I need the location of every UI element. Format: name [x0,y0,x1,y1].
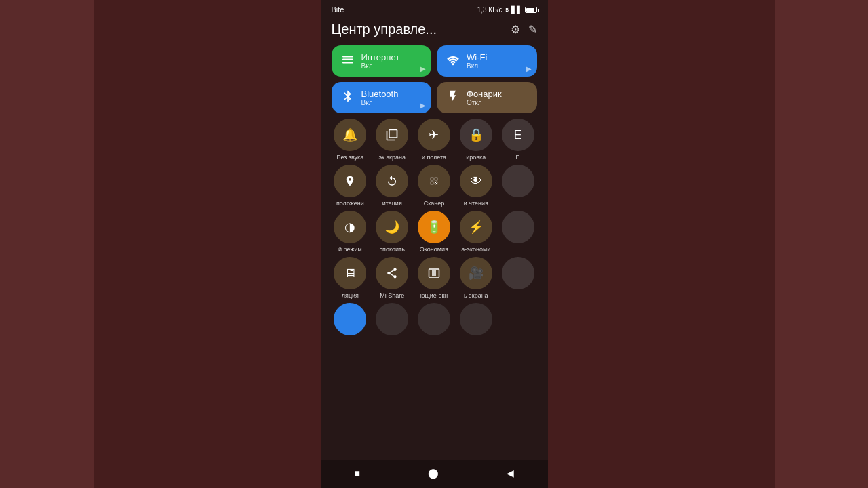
flashlight-text: Фонарик Откл [467,89,502,106]
rotation-circle [376,165,408,197]
screenshot-circle [376,119,408,151]
nav-square-button[interactable]: ■ [346,465,368,481]
status-bar: Bite 1,3 КБ/с ʙ ▋▋ [321,0,548,16]
cast-circle: 🖥 [334,257,366,289]
icon-row-4: 🖥 ляция Mi Share ющие окн 🎥 ь экрана [332,257,537,299]
header-icons: ⚙ ✎ [511,23,537,36]
icon-row-2: положени итация Сканер 👁 и чтения [332,165,537,207]
reading-circle: 👁 [460,165,492,197]
wifi-name: Wi-Fi [467,52,487,62]
invert-item[interactable]: ◑ й режим [332,211,370,253]
lock-circle: 🔒 [460,119,492,151]
flashlight-status: Откл [467,99,502,106]
wifi-icon [446,53,460,70]
signal-icon: ▋▋ [511,6,522,14]
flashlight-icon [446,89,460,106]
bottom-item-2[interactable] [373,303,411,336]
quick-tiles: Интернет Вкл ▶ Wi-Fi Вкл ▶ [332,45,537,113]
battery-circle: 🔋 [418,211,450,243]
airplane-circle: ✈ [418,119,450,151]
floating-circle [418,257,450,289]
mishare-circle [376,257,408,289]
rotation-label: итация [382,200,402,207]
mute-item[interactable]: 🔔 Без звука [332,119,370,161]
row3-item5[interactable] [499,211,537,253]
internet-icon [341,53,355,70]
screenrec-item[interactable]: 🎥 ь экрана [457,257,495,299]
dnd-label: спокоить [380,246,405,253]
bottom-item-5 [499,303,537,336]
mishare-label: Mi Share [380,292,404,299]
bottom-circle-3 [418,303,450,336]
dnd-circle: 🌙 [376,211,408,243]
scanner-label: Сканер [424,200,445,207]
turbo-item[interactable]: ⚡ а-экономи [457,211,495,253]
airplane-item[interactable]: ✈ и полета [415,119,453,161]
page-title: Центр управле... [332,22,437,37]
row4-item5-circle [502,257,534,289]
scanner-circle [418,165,450,197]
location-label: положени [336,200,364,207]
bottom-item-3[interactable] [415,303,453,336]
screenrec-circle: 🎥 [460,257,492,289]
bottom-circle-2 [376,303,408,336]
item5-label: Е [516,154,520,161]
location-item[interactable]: положени [332,165,370,207]
svg-rect-1 [342,58,353,60]
svg-rect-0 [342,56,353,58]
scanner-item[interactable]: Сканер [415,165,453,207]
item5-item[interactable]: Е Е [499,119,537,161]
nav-back-button[interactable]: ◀ [498,465,522,481]
cast-item[interactable]: 🖥 ляция [332,257,370,299]
lock-item[interactable]: 🔒 ировка [457,119,495,161]
bluetooth-text: Bluetooth Вкл [361,89,399,106]
internet-arrow: ▶ [420,65,426,73]
nav-home-button[interactable]: ⬤ [420,465,447,481]
flashlight-tile[interactable]: Фонарик Откл [437,82,537,113]
carrier-label: Bite [332,5,344,14]
mute-circle: 🔔 [334,119,366,151]
mishare-item[interactable]: Mi Share [373,257,411,299]
battery-item[interactable]: 🔋 Экономия [415,211,453,253]
row2-item5[interactable] [499,165,537,207]
nav-bar: ■ ⬤ ◀ [321,460,548,488]
screenshot-item[interactable]: эк экрана [373,119,411,161]
right-overlay [548,0,775,488]
speed-label: 1,3 КБ/с [477,6,502,14]
rotation-item[interactable]: итация [373,165,411,207]
status-right: 1,3 КБ/с ʙ ▋▋ [477,6,537,14]
floating-item[interactable]: ющие окн [415,257,453,299]
edit-icon[interactable]: ✎ [528,23,537,36]
dnd-item[interactable]: 🌙 спокоить [373,211,411,253]
phone-frame: Bite 1,3 КБ/с ʙ ▋▋ Центр управле... ⚙ ✎ [321,0,548,488]
airplane-label: и полета [422,154,446,161]
bottom-circle-1 [334,303,366,336]
row4-item5[interactable] [499,257,537,299]
settings-icon[interactable]: ⚙ [511,23,520,36]
internet-text: Интернет Вкл [361,52,400,70]
battery-label: Экономия [420,246,448,253]
wifi-arrow: ▶ [526,65,532,73]
svg-rect-2 [342,62,353,64]
cast-label: ляция [342,292,359,299]
battery-icon [525,7,537,13]
turbo-circle: ⚡ [460,211,492,243]
turbo-label: а-экономи [461,246,490,253]
invert-circle: ◑ [334,211,366,243]
bottom-item-1[interactable] [332,303,370,336]
bottom-circle-4 [460,303,492,336]
bottom-item-4[interactable] [457,303,495,336]
wifi-tile[interactable]: Wi-Fi Вкл ▶ [437,45,537,77]
lock-label: ировка [466,154,486,161]
bluetooth-icon [341,89,355,106]
internet-tile[interactable]: Интернет Вкл ▶ [332,45,432,77]
reading-label: и чтения [464,200,488,207]
invert-label: й режим [338,246,362,253]
screenrec-label: ь экрана [464,292,488,299]
wifi-text: Wi-Fi Вкл [467,52,487,70]
bluetooth-tile[interactable]: Bluetooth Вкл ▶ [332,82,432,113]
bluetooth-name: Bluetooth [361,89,399,99]
control-center: Центр управле... ⚙ ✎ Интернет Вк [321,16,548,460]
internet-status: Вкл [361,62,400,70]
reading-item[interactable]: 👁 и чтения [457,165,495,207]
